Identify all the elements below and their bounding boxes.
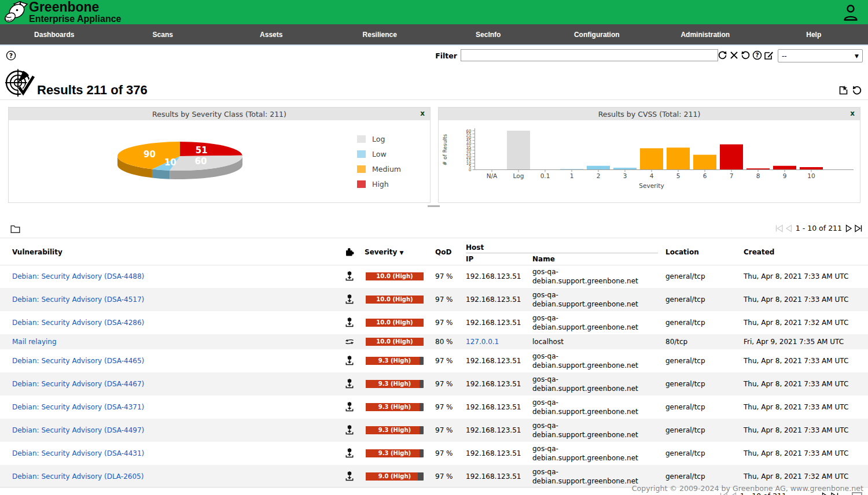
host-ip: 192.168.123.51 [466, 449, 521, 457]
created-cell: Thu, Apr 8, 2021 7:33 AM UTC [744, 419, 848, 442]
col-vulnerability[interactable]: Vulnerability [12, 248, 62, 256]
solution-type-cell [345, 419, 354, 442]
page-help-icon[interactable]: ? [6, 50, 16, 61]
vulnerability-link[interactable]: Debian: Security Advisory (DSA-4371) [12, 403, 144, 411]
nav-underline [0, 45, 868, 46]
filter-select[interactable]: -- ▼ [778, 49, 863, 62]
svg-text:9: 9 [783, 172, 787, 179]
refresh-icon[interactable] [852, 85, 862, 95]
vulnerability-link[interactable]: Debian: Security Advisory (DSA-4286) [12, 319, 144, 327]
svg-text:# of Results: # of Results [442, 134, 448, 165]
next-page-icon[interactable] [845, 224, 853, 232]
nav-item-help[interactable]: Help [760, 24, 868, 45]
svg-text:51: 51 [196, 145, 208, 156]
host-ip: 192.168.123.51 [466, 295, 521, 304]
delete-icon[interactable] [729, 50, 739, 60]
panel-close-icon[interactable]: x [850, 109, 855, 117]
new-icon[interactable] [838, 85, 848, 95]
table-row: Debian: Security Advisory (DSA-4497)9.3 … [0, 419, 868, 442]
col-created[interactable]: Created [744, 248, 774, 256]
vulnerability-link[interactable]: Debian: Security Advisory (DSA-4497) [12, 426, 144, 434]
hostname-cell: gos-qa-debian.support.greenbone.net [532, 349, 648, 372]
ip-cell: 192.168.123.51 [466, 288, 521, 311]
sort-desc-icon: ▼ [400, 250, 404, 256]
solution-type-icon[interactable] [345, 247, 355, 257]
panel-cvss-header[interactable]: Results by CVSS (Total: 211) x [439, 108, 860, 120]
dashboard-row-resize-handle[interactable] [428, 205, 440, 207]
qod-cell: 97 % [435, 396, 453, 419]
svg-text:?: ? [755, 51, 759, 58]
update-icon[interactable] [718, 50, 727, 60]
svg-text:8: 8 [756, 172, 760, 179]
nav-item-secinfo[interactable]: SecInfo [434, 24, 543, 45]
col-ip[interactable]: IP [466, 255, 473, 263]
vendorfix-icon [345, 317, 354, 327]
previous-page-icon[interactable] [785, 224, 793, 232]
results-table-body: Debian: Security Advisory (DSA-4488)10.0… [0, 265, 868, 488]
ip-cell: 192.168.123.51 [466, 372, 521, 396]
svg-text:?: ? [9, 52, 13, 60]
ip-cell: 192.168.123.51 [466, 349, 521, 372]
previous-page-icon[interactable] [729, 492, 737, 495]
reset-icon[interactable] [741, 50, 751, 60]
vendorfix-icon [345, 294, 354, 304]
qod-cell: 80 % [435, 334, 453, 349]
col-qod[interactable]: QoD [435, 248, 451, 256]
nav-item-configuration[interactable]: Configuration [543, 24, 652, 45]
panel-close-icon[interactable]: x [420, 109, 425, 117]
edit-icon[interactable] [764, 50, 774, 60]
first-page-icon[interactable] [775, 224, 784, 232]
hostname-cell: gos-qa-debian.support.greenbone.net [532, 419, 648, 442]
created-cell: Thu, Apr 8, 2021 7:33 AM UTC [744, 265, 848, 288]
severity-label: 9.0 (High) [366, 472, 424, 481]
severity-bar: 10.0 (High) [366, 338, 424, 346]
vulnerability-link[interactable]: Mail relaying [12, 338, 57, 346]
svg-text:60: 60 [466, 129, 472, 134]
vulnerability-link[interactable]: Debian: Security Advisory (DSA-4465) [12, 357, 144, 365]
solution-type-cell [345, 349, 354, 372]
table-row: Debian: Security Advisory (DSA-4465)9.3 … [0, 349, 868, 372]
filter-input[interactable] [461, 49, 718, 61]
table-row: Debian: Security Advisory (DSA-4467)9.3 … [0, 372, 868, 396]
location-cell: general/tcp [665, 311, 705, 334]
legend-label: Low [372, 150, 387, 158]
export-icon[interactable] [852, 492, 862, 495]
col-severity[interactable]: Severity ▼ [365, 248, 403, 256]
vulnerability-link[interactable]: Debian: Security Advisory (DLA-2605) [12, 472, 144, 481]
host-ip: 192.168.123.51 [466, 472, 521, 481]
panel-severity-class: Results by Severity Class (Total: 211) x… [8, 107, 431, 203]
nav-item-scans[interactable]: Scans [109, 24, 218, 45]
hostname-cell: gos-qa-debian.support.greenbone.net [532, 372, 648, 396]
user-icon[interactable] [843, 3, 859, 21]
hostname-cell: gos-qa-debian.support.greenbone.net [532, 288, 648, 311]
nav-item-dashboards[interactable]: Dashboards [0, 24, 109, 45]
svg-text:N/A: N/A [487, 172, 498, 179]
host-ip: 192.168.123.51 [466, 403, 521, 411]
first-page-icon[interactable] [719, 492, 728, 495]
col-location[interactable]: Location [665, 248, 699, 256]
table-row: Debian: Security Advisory (DSA-4371)9.3 … [0, 396, 868, 419]
panel-severity-class-header[interactable]: Results by Severity Class (Total: 211) x [9, 108, 430, 120]
solution-type-cell [345, 288, 354, 311]
next-page-icon[interactable] [821, 492, 829, 495]
col-name[interactable]: Name [532, 255, 555, 263]
legend-label: Log [372, 135, 385, 143]
help-icon[interactable]: ? [752, 50, 762, 60]
severity-cell: 9.3 (High) [366, 442, 424, 465]
vendorfix-icon [345, 271, 354, 281]
nav-item-administration[interactable]: Administration [651, 24, 760, 45]
last-page-icon[interactable] [854, 224, 863, 232]
table-header: Vulnerability Severity ▼ QoD Host IP Nam… [0, 238, 868, 265]
vulnerability-link[interactable]: Debian: Security Advisory (DSA-4517) [12, 295, 144, 304]
last-page-icon[interactable] [830, 492, 839, 495]
nav-item-resilience[interactable]: Resilience [326, 24, 435, 45]
host-ip: 192.168.123.51 [466, 380, 521, 388]
vulnerability-link[interactable]: Debian: Security Advisory (DSA-4488) [12, 272, 144, 280]
vulnerability-link[interactable]: Debian: Security Advisory (DSA-4467) [12, 380, 144, 388]
host-ip-link[interactable]: 127.0.0.1 [466, 338, 499, 346]
fold-icon[interactable] [10, 224, 20, 234]
panel-cvss-title: Results by CVSS (Total: 211) [598, 110, 701, 119]
severity-bar: 9.3 (High) [366, 426, 424, 434]
nav-item-assets[interactable]: Assets [217, 24, 326, 45]
vulnerability-link[interactable]: Debian: Security Advisory (DSA-4431) [12, 449, 144, 457]
